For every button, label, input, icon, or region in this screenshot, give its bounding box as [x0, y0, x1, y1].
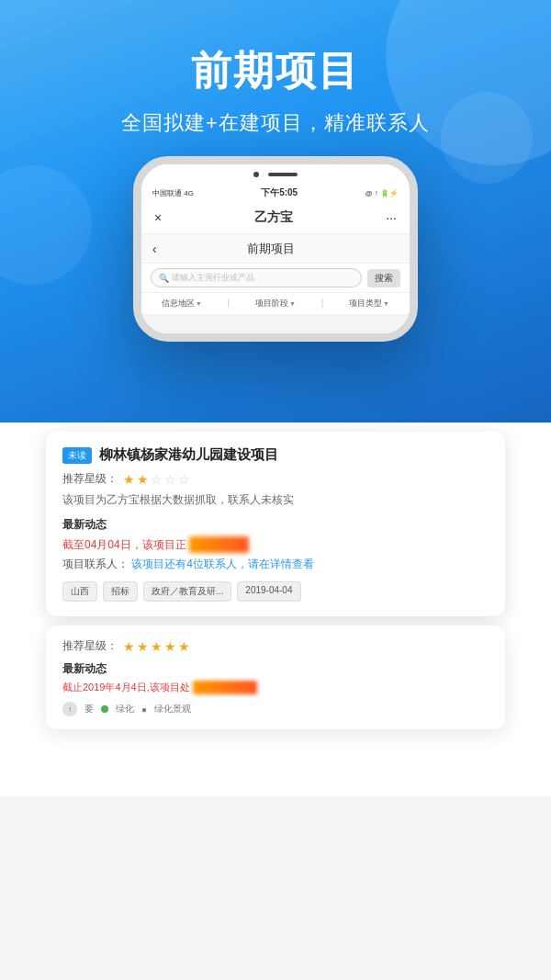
sub-nav-title: 前期项目	[164, 241, 378, 257]
sub-nav-bar: ‹ 前期项目	[141, 234, 410, 264]
card-1-contact: 项目联系人： 该项目还有4位联系人，请在详情查看	[62, 557, 489, 572]
page-sub-title: 全国拟建+在建项目，精准联系人	[0, 109, 551, 137]
filter-item-stage[interactable]: 项目阶段 ▼	[255, 298, 296, 310]
status-bar: 中国联通 4G 下午5:05 @ ↑ 🔋⚡	[141, 185, 410, 201]
search-bar: 🔍 请输入主营行业或产品 搜索	[141, 264, 410, 293]
card-1-tags: 山西 招标 政府／教育及研... 2019-04-04	[62, 581, 489, 602]
card-1-title: 柳林镇杨家港幼儿园建设项目	[99, 446, 278, 464]
footer-text-2: 绿化	[116, 703, 134, 715]
carrier-text: 中国联通 4G	[152, 188, 194, 198]
project-card-1: 未读 柳林镇杨家港幼儿园建设项目 推荐星级： ★ ★ ☆ ☆ ☆ 该项目为乙方宝…	[46, 432, 505, 616]
unread-badge: 未读	[62, 447, 92, 464]
tag-type: 政府／教育及研...	[143, 581, 231, 602]
status-time: 下午5:05	[261, 186, 298, 199]
app-nav-bar: × 乙方宝 ···	[141, 201, 410, 234]
search-placeholder: 请输入主营行业或产品	[172, 272, 254, 284]
filter-type-arrow: ▼	[383, 300, 389, 307]
card2-star-5: ★	[178, 639, 190, 654]
app-title: 乙方宝	[254, 209, 293, 226]
close-button[interactable]: ×	[154, 210, 162, 225]
card-2-dynamic-title: 最新动态	[62, 661, 489, 677]
card2-blurred: ▓▓▓▓▓▓▓▓	[193, 681, 257, 694]
footer-text-1: 要	[84, 703, 94, 715]
footer-arrow: ↑	[62, 702, 77, 716]
footer-bullet: ●	[141, 704, 147, 715]
more-button[interactable]: ···	[386, 210, 397, 225]
card-2-footer: ↑ 要 绿化 ● 绿化景观	[62, 702, 489, 716]
star-1: ★	[123, 472, 135, 487]
search-icon: 🔍	[159, 274, 169, 283]
card-2-dynamic: 截止2019年4月4日,该项目处 ▓▓▓▓▓▓▓▓	[62, 681, 489, 694]
card-1-rating: 推荐星级： ★ ★ ☆ ☆ ☆	[62, 471, 489, 487]
bottom-background	[0, 796, 551, 980]
status-left: 中国联通 4G	[152, 188, 194, 198]
star-4: ☆	[164, 472, 176, 487]
card-1-header: 未读 柳林镇杨家港幼儿园建设项目	[62, 446, 489, 464]
filter-stage-label: 项目阶段	[255, 298, 288, 310]
phone-inner: 中国联通 4G 下午5:05 @ ↑ 🔋⚡ × 乙方宝 ··· ‹ 前期项	[141, 164, 410, 333]
cards-area: 未读 柳林镇杨家港幼儿园建设项目 推荐星级： ★ ★ ☆ ☆ ☆ 该项目为乙方宝…	[46, 432, 505, 729]
filter-stage-arrow: ▼	[289, 300, 296, 307]
dynamic-blurred-text: ▓▓▓▓▓▓	[189, 536, 249, 553]
card2-rating-label: 推荐星级：	[62, 638, 118, 654]
card-2-rating: 推荐星级： ★ ★ ★ ★ ★	[62, 638, 489, 654]
page-wrapper: 前期项目 全国拟建+在建项目，精准联系人 中国联通 4G 下午5:05	[0, 0, 551, 980]
phone-notch	[141, 164, 410, 185]
filter-bar: 信息地区 ▼ | 项目阶段 ▼ | 项目类型 ▼	[141, 293, 410, 315]
filter-item-type[interactable]: 项目类型 ▼	[349, 298, 389, 310]
contact-label: 项目联系人：	[62, 558, 129, 570]
card-gap	[141, 315, 410, 333]
search-button[interactable]: 搜索	[367, 269, 400, 287]
tag-bid: 招标	[103, 581, 138, 602]
battery-icon: @ ↑ 🔋⚡	[365, 189, 399, 197]
star-5: ☆	[178, 472, 190, 487]
contact-link[interactable]: 该项目还有4位联系人，请在详情查看	[131, 558, 314, 570]
footer-text-3: 绿化景观	[154, 703, 191, 715]
filter-region-label: 信息地区	[162, 298, 195, 310]
star-2: ★	[137, 472, 149, 487]
card-1-dynamic: 截至04月04日，该项目正 ▓▓▓▓▓▓	[62, 536, 489, 553]
green-dot	[101, 705, 108, 713]
tag-date: 2019-04-04	[237, 581, 300, 602]
card2-star-3: ★	[151, 639, 163, 654]
status-right: @ ↑ 🔋⚡	[365, 189, 399, 197]
filter-item-region[interactable]: 信息地区 ▼	[162, 298, 202, 310]
filter-type-label: 项目类型	[349, 298, 382, 310]
rating-label: 推荐星级：	[62, 471, 118, 487]
phone-container: 中国联通 4G 下午5:05 @ ↑ 🔋⚡ × 乙方宝 ··· ‹ 前期项	[133, 156, 418, 342]
project-card-2: 推荐星级： ★ ★ ★ ★ ★ 最新动态 截止2019年4月4日,该项目处 ▓▓…	[46, 625, 505, 729]
star-3: ☆	[151, 472, 163, 487]
tag-province: 山西	[62, 581, 97, 602]
filter-divider-2: |	[321, 298, 324, 310]
dynamic-text: 截至04月04日，该项目正	[62, 538, 186, 551]
card2-star-4: ★	[164, 639, 176, 654]
card2-dynamic-text: 截止2019年4月4日,该项目处	[62, 681, 190, 693]
card2-star-1: ★	[123, 639, 135, 654]
card2-star-2: ★	[137, 639, 149, 654]
phone-body: 中国联通 4G 下午5:05 @ ↑ 🔋⚡ × 乙方宝 ··· ‹ 前期项	[133, 156, 418, 342]
card-1-description: 该项目为乙方宝根据大数据抓取，联系人未核实	[62, 492, 489, 508]
back-button[interactable]: ‹	[152, 242, 157, 256]
speaker-bar	[268, 173, 298, 176]
filter-divider-1: |	[228, 298, 231, 310]
page-main-title: 前期项目	[0, 44, 551, 98]
card-1-dynamic-title: 最新动态	[62, 517, 489, 533]
search-input-wrap[interactable]: 🔍 请输入主营行业或产品	[151, 268, 362, 287]
page-title-area: 前期项目 全国拟建+在建项目，精准联系人	[0, 44, 551, 137]
filter-region-arrow: ▼	[196, 300, 202, 307]
camera-dot	[253, 172, 259, 177]
